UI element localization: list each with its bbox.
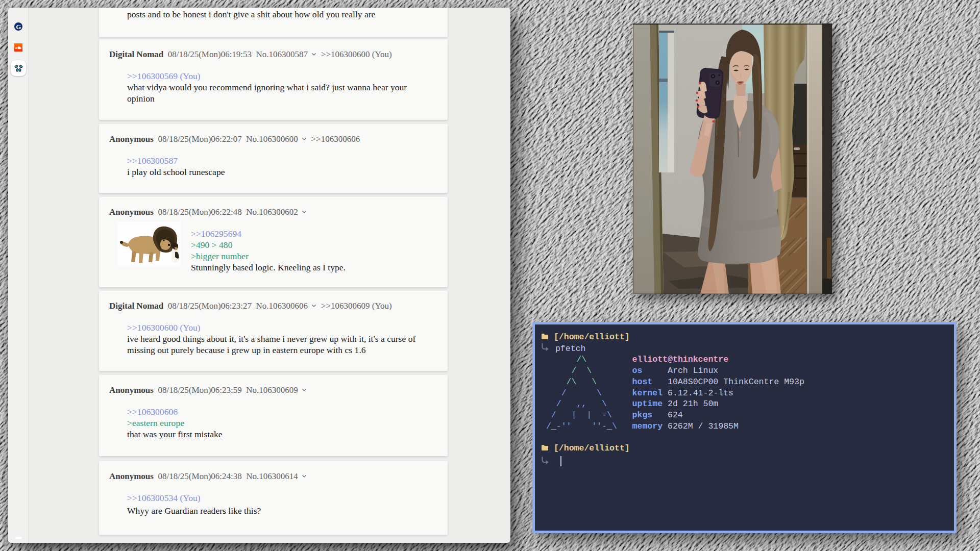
svg-text:G: G [16, 23, 21, 31]
